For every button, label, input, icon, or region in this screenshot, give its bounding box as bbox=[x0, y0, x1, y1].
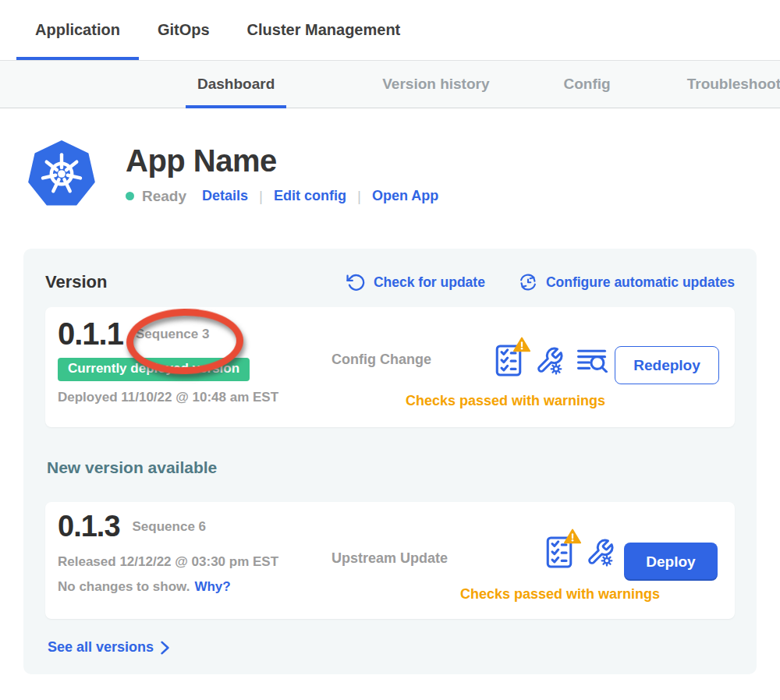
tab-troubleshoot-label: Troubleshoot bbox=[687, 76, 780, 93]
edit-config-link[interactable]: Edit config bbox=[274, 188, 346, 204]
app-sub-nav: Dashboard Version history Config Trouble… bbox=[0, 60, 780, 108]
check-for-update-label: Check for update bbox=[374, 274, 485, 291]
config-wrench-icon[interactable] bbox=[586, 538, 615, 567]
status-badge: Ready bbox=[142, 188, 186, 205]
available-source-label: Upstream Update bbox=[332, 550, 448, 567]
new-version-available-heading: New version available bbox=[47, 458, 735, 477]
details-link[interactable]: Details bbox=[202, 188, 248, 204]
current-source-label: Config Change bbox=[332, 352, 431, 368]
see-all-versions-label: See all versions bbox=[48, 639, 154, 656]
version-panel-title: Version bbox=[45, 272, 107, 292]
auto-update-icon bbox=[518, 272, 538, 292]
file-search-icon[interactable] bbox=[577, 348, 608, 373]
deployed-timestamp: Deployed 11/10/22 @ 10:48 am EST bbox=[58, 390, 278, 405]
currently-deployed-badge: Currently deployed version bbox=[58, 358, 250, 381]
tab-application[interactable]: Application bbox=[16, 0, 139, 60]
available-checks-status: Checks passed with warnings bbox=[427, 586, 693, 603]
tab-dashboard[interactable]: Dashboard bbox=[186, 61, 286, 108]
chevron-right-icon bbox=[161, 641, 169, 655]
deploy-button[interactable]: Deploy bbox=[624, 543, 718, 581]
refresh-icon bbox=[346, 273, 366, 292]
released-timestamp: Released 12/12/22 @ 03:30 pm EST bbox=[58, 554, 278, 570]
no-changes-note: No changes to show. bbox=[58, 579, 190, 594]
available-version-sequence: Sequence 6 bbox=[133, 519, 207, 535]
tab-application-label: Application bbox=[35, 21, 120, 39]
status-dot-icon bbox=[126, 192, 134, 200]
tab-troubleshoot[interactable]: Troubleshoot bbox=[675, 61, 780, 108]
why-link[interactable]: Why? bbox=[194, 579, 230, 594]
kubernetes-logo-icon bbox=[27, 138, 96, 210]
tab-config[interactable]: Config bbox=[552, 61, 622, 108]
open-app-link[interactable]: Open App bbox=[372, 188, 438, 204]
tab-version-history-label: Version history bbox=[382, 76, 489, 93]
version-panel: Version Check for update Configure autom… bbox=[23, 249, 757, 674]
top-nav: Application GitOps Cluster Management bbox=[0, 0, 780, 60]
available-version-card: 0.1.3 Sequence 6 Released 12/12/22 @ 03:… bbox=[45, 502, 735, 619]
tab-gitops[interactable]: GitOps bbox=[139, 0, 229, 60]
config-wrench-icon[interactable] bbox=[535, 346, 564, 375]
app-header: App Name Ready Details | Edit config | O… bbox=[27, 138, 780, 210]
tab-gitops-label: GitOps bbox=[158, 21, 210, 39]
redeploy-button[interactable]: Redeploy bbox=[615, 346, 719, 384]
current-version-sequence: Sequence 3 bbox=[136, 327, 210, 342]
available-version-number: 0.1.3 bbox=[58, 510, 120, 543]
preflight-checks-icon[interactable] bbox=[495, 345, 522, 377]
tab-version-history[interactable]: Version history bbox=[370, 61, 501, 108]
configure-automatic-updates-label: Configure automatic updates bbox=[546, 274, 735, 291]
tab-dashboard-label: Dashboard bbox=[197, 76, 275, 93]
see-all-versions-link[interactable]: See all versions bbox=[48, 639, 169, 656]
tab-cluster-management-label: Cluster Management bbox=[247, 21, 401, 39]
tab-cluster-management[interactable]: Cluster Management bbox=[229, 0, 420, 60]
current-version-card: 0.1.1 Sequence 3 Currently deployed vers… bbox=[45, 307, 735, 427]
page-title: App Name bbox=[126, 143, 438, 179]
warning-badge-icon bbox=[513, 337, 530, 352]
tab-config-label: Config bbox=[564, 76, 611, 93]
link-separator: | bbox=[259, 188, 263, 205]
current-version-number: 0.1.1 bbox=[58, 316, 123, 352]
current-checks-status: Checks passed with warnings bbox=[342, 393, 669, 409]
warning-badge-icon bbox=[564, 529, 581, 544]
configure-automatic-updates-button[interactable]: Configure automatic updates bbox=[518, 272, 735, 292]
check-for-update-button[interactable]: Check for update bbox=[346, 272, 485, 292]
preflight-checks-icon[interactable] bbox=[546, 536, 573, 568]
link-separator: | bbox=[357, 188, 361, 205]
